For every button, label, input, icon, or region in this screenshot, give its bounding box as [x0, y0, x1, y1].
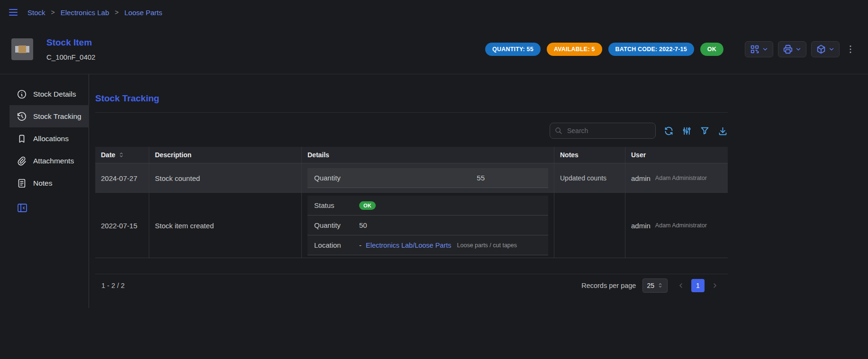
location-description: Loose parts / cut tapes — [457, 242, 517, 249]
detail-row-quantity: Quantity 50 — [307, 215, 548, 235]
sidebar-item-stock-tracking[interactable]: Stock Tracking — [9, 105, 89, 127]
location-link[interactable]: Electronics Lab/Loose Parts — [366, 242, 452, 249]
filter-button[interactable] — [700, 126, 710, 136]
download-button[interactable] — [718, 126, 728, 136]
table-header-row: Date Description Details Notes User — [95, 147, 728, 163]
column-header-label: Description — [155, 151, 191, 159]
topbar: Stock > Electronics Lab > Loose Parts — [0, 0, 868, 25]
detail-row-location: Location - Electronics Lab/Loose Parts L… — [307, 235, 548, 255]
stock-actions-icon — [816, 44, 826, 54]
column-header-user: User — [625, 147, 728, 163]
sidebar-collapse-icon — [17, 202, 28, 214]
sidebar-item-stock-details[interactable]: Stock Details — [9, 83, 89, 105]
bookmark-icon — [17, 134, 27, 144]
refresh-icon — [664, 126, 674, 136]
qrcode-icon — [750, 44, 760, 54]
sort-icon — [118, 152, 125, 158]
paperclip-icon — [17, 156, 27, 166]
stock-actions-button[interactable] — [811, 41, 840, 57]
search-box — [550, 123, 656, 139]
sidebar-item-attachments[interactable]: Attachments — [9, 150, 89, 172]
selector-icon — [657, 282, 663, 288]
sidebar-item-label: Allocations — [33, 135, 69, 143]
section-title: Stock Tracking — [95, 93, 728, 104]
print-actions-button[interactable] — [778, 41, 806, 57]
breadcrumb-stock[interactable]: Stock — [27, 9, 45, 17]
sidebar-item-label: Attachments — [33, 157, 74, 165]
column-header-label: Details — [307, 151, 329, 159]
cell-notes: Updated counts — [554, 163, 625, 193]
cell-user: admin Adam Administrator — [625, 163, 728, 193]
breadcrumb-electronics-lab[interactable]: Electronics Lab — [61, 9, 109, 17]
column-settings-button[interactable] — [682, 126, 692, 136]
page-size-value: 25 — [647, 282, 654, 289]
cell-date: 2022-07-15 — [95, 193, 149, 258]
search-input[interactable] — [566, 126, 651, 135]
more-options-button[interactable] — [844, 43, 857, 55]
detail-label: Quantity — [314, 221, 359, 229]
breadcrumb-loose-parts[interactable]: Loose Parts — [124, 9, 162, 17]
table-toolbar — [95, 123, 728, 139]
page-title: Stock Item — [46, 37, 95, 48]
sidebar: Stock Details Stock Tracking Allocations… — [0, 74, 89, 308]
detail-value: 55 — [477, 174, 485, 182]
cell-notes — [554, 193, 625, 258]
stock-tracking-table: Date Description Details Notes User 2024… — [95, 147, 728, 258]
info-circle-icon — [17, 89, 27, 99]
cell-date: 2024-07-27 — [95, 163, 149, 193]
menu-icon[interactable] — [8, 7, 19, 18]
column-header-label: User — [631, 151, 646, 159]
adjustments-icon — [682, 126, 692, 136]
detail-prefix: - — [359, 241, 362, 249]
filter-icon — [700, 126, 710, 136]
content: Stock Details Stock Tracking Allocations… — [0, 74, 868, 359]
header-actions — [745, 41, 857, 57]
main-panel: Stock Tracking — [95, 74, 728, 359]
table-row: 2024-07-27 Stock counted Quantity 55 Upd… — [95, 163, 728, 193]
user-fullname: Adam Administrator — [655, 222, 707, 229]
page-1-button[interactable]: 1 — [691, 279, 705, 292]
sidebar-item-allocations[interactable]: Allocations — [9, 127, 89, 150]
breadcrumb-separator: > — [51, 9, 55, 16]
chevron-down-icon — [795, 46, 802, 53]
cell-description: Stock item created — [149, 193, 301, 258]
batch-code-badge: BATCH CODE: 2022-7-15 — [608, 43, 694, 56]
chevron-down-icon — [828, 46, 835, 53]
quantity-badge: QUANTITY: 55 — [485, 43, 541, 56]
column-header-description: Description — [149, 147, 301, 163]
barcode-actions-button[interactable] — [745, 41, 773, 57]
sidebar-collapse-button[interactable] — [17, 202, 28, 214]
refresh-button[interactable] — [664, 126, 674, 136]
cell-description: Stock counted — [149, 163, 301, 193]
section-divider — [95, 112, 728, 113]
pager: 1 — [674, 279, 722, 292]
printer-icon — [783, 44, 793, 54]
next-page-button[interactable] — [708, 279, 722, 292]
cell-user: admin Adam Administrator — [625, 193, 728, 258]
page-header: Stock Item C_100nF_0402 QUANTITY: 55 AVA… — [0, 25, 868, 74]
column-header-date[interactable]: Date — [95, 147, 149, 163]
record-range: 1 - 2 / 2 — [101, 282, 125, 289]
table-row: 2022-07-15 Stock item created Status OK … — [95, 193, 728, 258]
chevron-down-icon — [762, 46, 769, 53]
column-header-label: Date — [101, 151, 115, 159]
detail-label: Location — [314, 241, 359, 249]
history-icon — [17, 111, 27, 122]
chevron-left-icon — [677, 282, 685, 289]
user-fullname: Adam Administrator — [655, 175, 707, 181]
download-icon — [718, 126, 728, 136]
previous-page-button[interactable] — [674, 279, 687, 292]
sidebar-item-label: Stock Tracking — [33, 112, 81, 121]
title-block: Stock Item C_100nF_0402 — [46, 37, 95, 61]
sidebar-item-label: Notes — [33, 179, 53, 188]
column-header-label: Notes — [560, 151, 579, 159]
sidebar-item-notes[interactable]: Notes — [9, 172, 89, 194]
breadcrumb: Stock > Electronics Lab > Loose Parts — [27, 9, 163, 17]
records-per-page-label: Records per page — [581, 282, 636, 289]
chevron-right-icon — [711, 282, 719, 289]
page-size-select[interactable]: 25 — [642, 278, 668, 293]
detail-label: Quantity — [314, 174, 359, 182]
stock-item-thumbnail[interactable] — [11, 38, 33, 60]
status-badges: QUANTITY: 55 AVAILABLE: 5 BATCH CODE: 20… — [485, 43, 723, 56]
detail-label: Status — [314, 201, 359, 209]
